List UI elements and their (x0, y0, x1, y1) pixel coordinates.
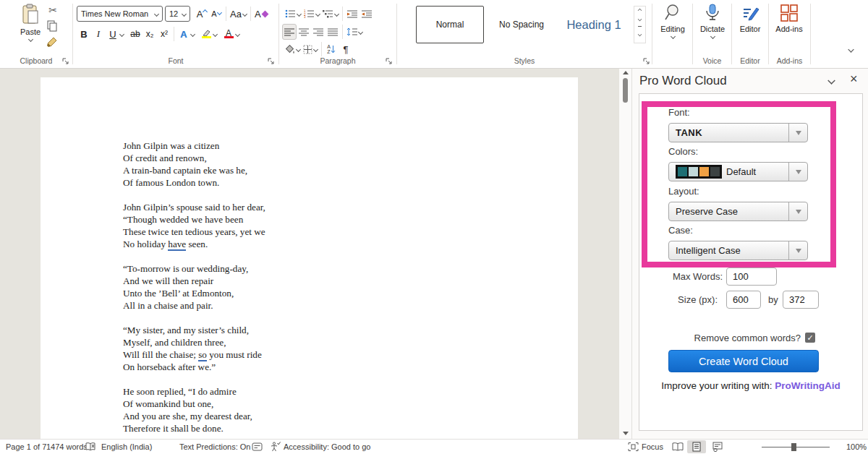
focus-icon[interactable] (628, 442, 639, 452)
multilevel-list-button[interactable] (321, 6, 340, 22)
change-case-button[interactable]: Aa (229, 6, 248, 22)
align-center-button[interactable] (297, 24, 311, 40)
borders-button[interactable] (302, 41, 319, 57)
underline-dropdown-chevron[interactable] (119, 31, 124, 36)
font-dropdown[interactable]: TANK (668, 123, 808, 142)
swatch-orange (699, 167, 709, 176)
scrollbar-thumb[interactable] (623, 78, 628, 103)
copy-button[interactable] (46, 20, 58, 32)
styles-gallery-expand[interactable] (638, 26, 642, 40)
styles-scroll-down[interactable] (638, 17, 642, 22)
vertical-scrollbar[interactable] (619, 69, 631, 439)
page-indicator[interactable]: Page 1 of 7 (6, 442, 46, 451)
size-width-input[interactable] (726, 291, 761, 309)
font-color-button[interactable]: A (221, 26, 236, 42)
check-icon: ✓ (807, 333, 813, 342)
create-word-cloud-button[interactable]: Create Word Cloud (668, 350, 819, 372)
case-dropdown[interactable]: Intelligent Case (668, 241, 808, 260)
font-color-chevron[interactable] (235, 31, 240, 36)
pane-close-icon[interactable]: × (850, 72, 858, 87)
web-layout-icon[interactable] (712, 442, 723, 452)
case-label: Case: (668, 225, 693, 236)
clear-formatting-button[interactable]: A (253, 6, 269, 22)
styles-scroll-up[interactable] (638, 9, 642, 13)
bullets-button[interactable] (284, 6, 302, 22)
accessibility-icon[interactable] (269, 442, 281, 452)
max-words-input[interactable] (726, 267, 777, 286)
editing-button[interactable]: Editing (654, 4, 692, 54)
italic-button[interactable]: I (91, 26, 106, 42)
font-name-value: Times New Roman (81, 9, 148, 18)
shrink-font-arrow (217, 9, 222, 14)
document-page[interactable]: John Gilpin was a citizen Of credit and … (41, 77, 578, 439)
shading-button[interactable] (284, 41, 302, 57)
text-predictions-icon[interactable] (252, 442, 263, 452)
strikethrough-button[interactable]: ab (128, 26, 142, 42)
pane-options-chevron[interactable] (827, 77, 835, 85)
max-words-label: Max Words: (639, 271, 723, 282)
font-dropdown-value: TANK (669, 127, 702, 138)
text-effects-chevron[interactable] (190, 31, 195, 36)
cut-button[interactable]: ✂ (45, 4, 61, 17)
accessibility-status[interactable]: Accessibility: Good to go (284, 442, 370, 451)
paste-button[interactable]: Paste (12, 4, 49, 54)
font-name-combo[interactable]: Times New Roman (77, 6, 163, 22)
scroll-up-arrow[interactable] (623, 71, 629, 74)
numbering-button[interactable]: 123 (302, 6, 321, 22)
prowritingaid-link[interactable]: ProWritingAid (775, 380, 841, 391)
justify-button[interactable] (326, 24, 340, 40)
paste-dropdown-chevron[interactable] (27, 37, 33, 42)
text-predictions-indicator[interactable]: Text Predictions: On (179, 442, 250, 451)
style-normal[interactable]: Normal (416, 6, 484, 43)
read-mode-icon[interactable] (672, 442, 684, 452)
editing-chevron (670, 34, 675, 39)
proofing-icon[interactable] (85, 442, 96, 452)
highlight-chevron[interactable] (213, 31, 218, 36)
remove-common-words-checkbox[interactable]: ✓ (805, 333, 815, 343)
grow-font-button[interactable]: A (195, 6, 209, 22)
poem-line: On horseback after we.” (123, 361, 265, 373)
format-painter-button[interactable] (46, 36, 58, 48)
editing-group: Editing (652, 0, 692, 68)
colors-dropdown[interactable]: Default (668, 162, 808, 181)
style-no-spacing[interactable]: No Spacing (489, 6, 554, 43)
align-left-button[interactable] (282, 24, 297, 40)
ribbon-collapse-chevron[interactable] (848, 46, 854, 52)
highlight-button[interactable] (199, 26, 213, 42)
zoom-slider-thumb[interactable] (791, 443, 796, 451)
increase-indent-button[interactable] (359, 6, 374, 22)
word-count[interactable]: 1474 words (46, 442, 88, 451)
style-heading1[interactable]: Heading 1 (556, 6, 632, 43)
language-indicator[interactable]: English (India) (101, 442, 152, 451)
poem-line: John Gilpin was a citizen (123, 140, 265, 152)
scroll-down-arrow[interactable] (623, 432, 629, 435)
show-marks-button[interactable]: ¶ (339, 41, 353, 57)
size-height-input[interactable] (783, 291, 819, 309)
align-right-button[interactable] (311, 24, 326, 40)
document-text[interactable]: John Gilpin was a citizen Of credit and … (123, 140, 265, 447)
ribbon: Paste ✂ Clipboard Times New Roman 12 A A… (0, 0, 868, 69)
paragraph-dialog-launcher[interactable] (386, 58, 392, 64)
bold-button[interactable]: B (77, 26, 91, 42)
font-size-value: 12 (169, 9, 178, 18)
focus-button[interactable]: Focus (642, 442, 663, 451)
font-size-combo[interactable]: 12 (165, 6, 190, 22)
editor-button[interactable]: Editor (731, 4, 769, 54)
layout-dropdown[interactable]: Preserve Case (668, 202, 808, 221)
superscript-button[interactable]: x² (157, 26, 171, 42)
font-dialog-launcher[interactable] (268, 58, 274, 64)
underline-button[interactable]: U (106, 26, 120, 42)
sort-button[interactable]: AZ (324, 41, 339, 57)
dictate-button[interactable]: Dictate (694, 4, 731, 54)
promo-text: Improve your writing with: ProWritingAid (639, 380, 862, 391)
decrease-indent-button[interactable] (345, 6, 359, 22)
zoom-level[interactable]: 100% (846, 442, 867, 451)
subscript-button[interactable]: x₂ (142, 26, 157, 42)
styles-dialog-launcher[interactable] (643, 58, 650, 64)
addins-button[interactable]: Add-ins (770, 4, 808, 54)
clipboard-dialog-launcher[interactable] (62, 58, 69, 64)
print-layout-icon[interactable] (687, 440, 706, 453)
line-spacing-button[interactable] (345, 24, 364, 40)
text-effects-button[interactable]: A (176, 26, 191, 42)
shrink-font-button[interactable]: A (209, 6, 224, 22)
